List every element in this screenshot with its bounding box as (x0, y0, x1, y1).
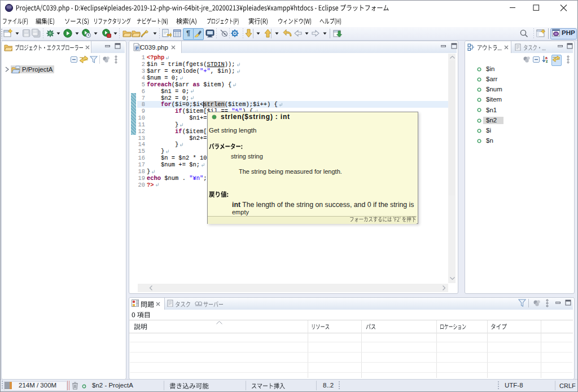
svg-text:z: z (546, 59, 548, 63)
svg-text:P: P (135, 46, 138, 51)
